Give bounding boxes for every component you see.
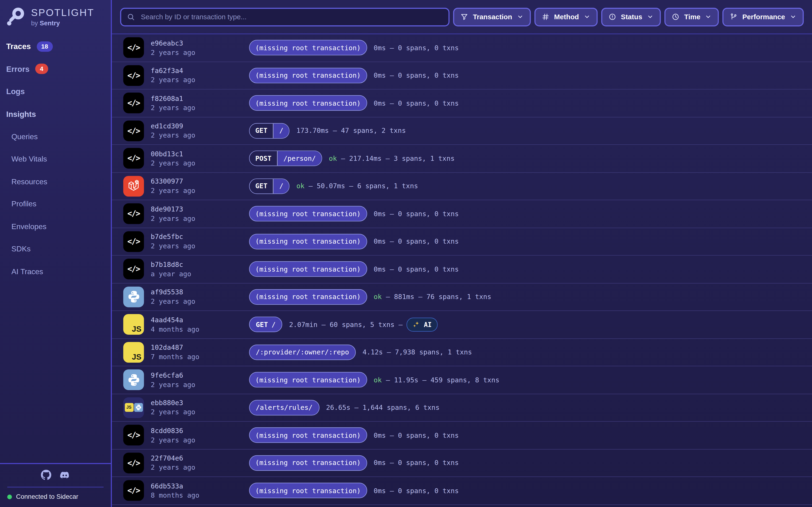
trace-age: 2 years ago	[151, 436, 249, 444]
sidebar-item-profiles[interactable]: Profiles	[11, 193, 111, 215]
method-segment: POST	[250, 151, 278, 166]
trace-stats: 0ms — 0 spans, 0 txns	[373, 99, 459, 107]
trace-id: 00bd13c1	[151, 150, 249, 158]
trace-meta: 00bd13c12 years ago	[151, 150, 249, 167]
filter-label: Transaction	[473, 13, 512, 21]
trace-stats: 0ms — 0 spans, 0 txns	[373, 487, 459, 495]
trace-row[interactable]: </>66db533a8 months ago(missing root tra…	[112, 477, 812, 505]
trace-stats: 2.07min — 60 spans, 5 txns —AI	[289, 318, 438, 332]
count-badge: 18	[37, 41, 53, 52]
trace-row[interactable]: </>ed1cd3092 years agoGET/173.70ms — 47 …	[112, 117, 812, 145]
sparkles-icon	[412, 321, 420, 328]
js-glyph: JS	[126, 405, 132, 410]
trace-row[interactable]: 9fe6cfa62 years ago(missing root transac…	[112, 367, 812, 394]
path-segment: /alerts/rules/	[256, 404, 313, 411]
method-path-badge: GET/	[249, 317, 283, 332]
filter-group: TransactionMethodStatusTimePerformance	[453, 7, 804, 26]
code-icon: </>	[123, 453, 144, 473]
stats-text: — 50.07ms — 6 spans, 1 txns	[309, 182, 418, 190]
sidebar-item-sdks[interactable]: SDKs	[11, 238, 111, 260]
sidebar-item-web-vitals[interactable]: Web Vitals	[11, 148, 111, 170]
search-input[interactable]	[140, 12, 443, 21]
code-icon: </>	[123, 65, 144, 86]
trace-meta: 66db533a8 months ago	[151, 482, 249, 499]
ai-badge: AI	[407, 318, 437, 332]
trace-row[interactable]: </>00bd13c12 years agoPOST/person/ok— 21…	[112, 145, 812, 172]
trace-row[interactable]: </>22f704e62 years ago(missing root tran…	[112, 449, 812, 477]
path-badge: /alerts/rules/	[249, 400, 319, 415]
code-glyph: </>	[128, 431, 140, 440]
stats-text: 0ms — 0 spans, 0 txns	[373, 99, 459, 107]
js-mini-icon: JS	[124, 403, 133, 412]
trace-id: fa62f3a4	[151, 67, 249, 75]
filter-time-button[interactable]: Time	[664, 7, 719, 26]
discord-icon[interactable]	[59, 470, 70, 482]
trace-row[interactable]: </>b7de5fbc2 years ago(missing root tran…	[112, 228, 812, 256]
status-ok: ok	[329, 155, 337, 162]
missing-root-badge: (missing root transaction)	[249, 206, 367, 222]
sidebar-item-label: Queries	[11, 132, 38, 140]
trace-age: 2 years ago	[151, 49, 249, 56]
sidebar-item-resources[interactable]: Resources	[11, 170, 111, 193]
path-segment: /	[274, 123, 289, 138]
chevron-down-icon	[517, 13, 524, 20]
stats-text: 0ms — 0 spans, 0 txns	[373, 265, 459, 273]
missing-root-badge: (missing root transaction)	[249, 455, 367, 471]
search-bar	[120, 7, 450, 26]
stats-text: 2.07min — 60 spans, 5 txns —	[289, 321, 403, 328]
trace-id: ed1cd309	[151, 122, 249, 130]
trace-row[interactable]: </>8cdd08362 years ago(missing root tran…	[112, 421, 812, 449]
method-segment: GET	[256, 321, 268, 328]
missing-root-badge: (missing root transaction)	[249, 68, 367, 83]
filter-method-button[interactable]: Method	[534, 7, 598, 26]
filter-status-button[interactable]: Status	[601, 7, 661, 26]
github-icon[interactable]	[41, 470, 51, 482]
sidebar-item-errors[interactable]: Errors4	[6, 58, 111, 80]
trace-row[interactable]: </>e96eabc32 years ago(missing root tran…	[112, 34, 812, 62]
stats-text: — 881ms — 76 spans, 1 txns	[386, 293, 491, 301]
sidebar-footer: Connected to Sidecar	[0, 463, 111, 507]
sidebar-item-label: Resources	[11, 177, 47, 185]
trace-row[interactable]: af9d55382 years ago(missing root transac…	[112, 283, 812, 311]
trace-row[interactable]: JS4aad454a4 months agoGET/2.07min — 60 s…	[112, 311, 812, 339]
status-ok: ok	[373, 293, 382, 301]
code-icon: </>	[123, 204, 144, 224]
trace-row[interactable]: </>f82608a12 years ago(missing root tran…	[112, 90, 812, 117]
status-dot	[7, 494, 12, 499]
trace-row[interactable]: </>b7b18d8ca year ago(missing root trans…	[112, 256, 812, 283]
python-mini-icon	[134, 403, 143, 412]
sidebar-item-logs[interactable]: Logs	[6, 80, 111, 103]
trace-row[interactable]: </>8de901732 years ago(missing root tran…	[112, 200, 812, 228]
sidebar-item-traces[interactable]: Traces18	[6, 35, 111, 58]
filter-transaction-button[interactable]: Transaction	[453, 7, 531, 26]
trace-stats: ok— 881ms — 76 spans, 1 txns	[373, 293, 491, 301]
trace-row[interactable]: JSebb880e32 years ago/alerts/rules/26.65…	[112, 394, 812, 421]
sidebar-item-insights[interactable]: Insights	[6, 103, 111, 125]
sidebar-item-queries[interactable]: Queries	[11, 125, 111, 148]
trace-row[interactable]: </>fa62f3a42 years ago(missing root tran…	[112, 62, 812, 90]
stats-text: 0ms — 0 spans, 0 txns	[373, 44, 459, 52]
trace-meta: b7b18d8ca year ago	[151, 261, 249, 278]
sidebar-item-label: Traces	[6, 42, 31, 51]
status-ok: ok	[373, 376, 382, 384]
path-segment: /	[274, 179, 289, 193]
js-icon: JS	[123, 342, 144, 362]
filter-performance-button[interactable]: Performance	[723, 7, 804, 26]
chevron-down-icon	[647, 13, 654, 20]
trace-stats: 0ms — 0 spans, 0 txns	[373, 432, 459, 439]
code-icon: </>	[123, 120, 144, 141]
code-glyph: </>	[128, 98, 140, 108]
trace-meta: fa62f3a42 years ago	[151, 67, 249, 84]
sidebar-item-ai-traces[interactable]: AI Traces	[11, 260, 111, 283]
trace-id: e96eabc3	[151, 39, 249, 47]
code-glyph: </>	[128, 154, 140, 163]
code-icon: </>	[123, 231, 144, 252]
method-path-badge: POST/person/	[249, 151, 322, 166]
sidebar-item-envelopes[interactable]: Envelopes	[11, 215, 111, 238]
trace-stats: 173.70ms — 47 spans, 2 txns	[296, 127, 406, 135]
trace-age: a year ago	[151, 270, 249, 278]
trace-row[interactable]: 633009772 years agoGET/ok— 50.07ms — 6 s…	[112, 172, 812, 200]
app-title: SPOTLIGHT	[31, 6, 94, 19]
trace-row[interactable]: JS102da4877 months ago/:provider/:owner/…	[112, 339, 812, 367]
filter-label: Method	[554, 13, 579, 21]
